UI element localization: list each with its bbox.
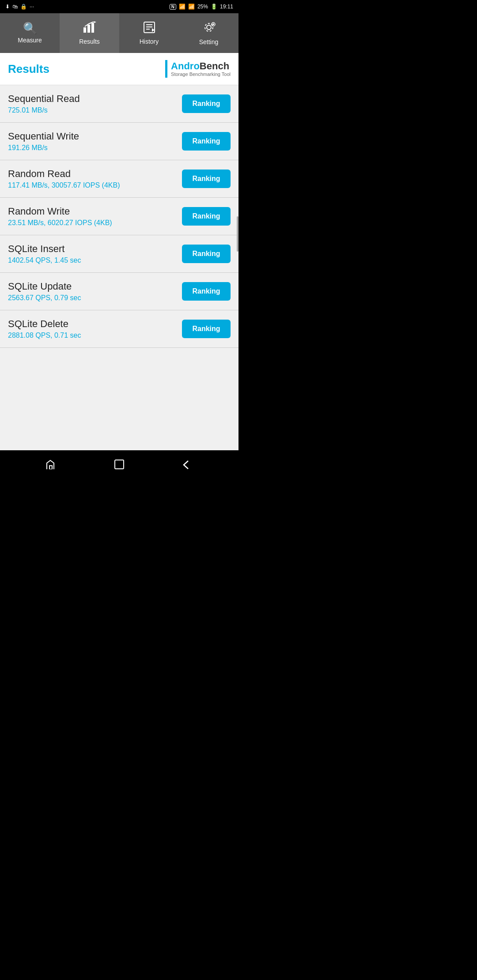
svg-rect-13 <box>49 466 52 469</box>
ranking-btn-sequential-read[interactable]: Ranking <box>182 94 231 113</box>
tab-history-label: History <box>140 38 159 45</box>
benchmark-name-random-write: Random Write <box>8 206 182 217</box>
ranking-btn-sequential-write[interactable]: Ranking <box>182 132 231 151</box>
benchmark-info-sequential-read: Sequential Read 725.01 MB/s <box>8 93 182 114</box>
benchmark-value-sequential-read: 725.01 MB/s <box>8 106 182 114</box>
tab-measure[interactable]: 🔍 Measure <box>0 13 60 53</box>
ranking-btn-random-write[interactable]: Ranking <box>182 207 231 226</box>
benchmark-info-sequential-write: Sequential Write 191.26 MB/s <box>8 131 182 152</box>
benchmark-name-sqlite-delete: SQLite Delete <box>8 318 182 330</box>
clock: 19:11 <box>220 4 233 10</box>
status-bar: ⬇ 🛍 🔒 ··· N 📶 📶 25% 🔋 19:11 <box>0 0 238 13</box>
svg-marker-3 <box>94 21 96 23</box>
svg-rect-14 <box>115 460 124 469</box>
signal-icon: 📶 <box>188 4 195 10</box>
benchmark-row-sequential-read: Sequential Read 725.01 MB/s Ranking <box>0 85 238 123</box>
svg-rect-2 <box>91 23 94 33</box>
androbench-logo: AndroBench Storage Benchmarking Tool <box>165 60 231 78</box>
results-header: Results AndroBench Storage Benchmarking … <box>0 53 238 85</box>
tab-results-label: Results <box>79 38 100 45</box>
scroll-indicator[interactable] <box>237 216 238 252</box>
benchmark-info-random-write: Random Write 23.51 MB/s, 6020.27 IOPS (4… <box>8 206 182 227</box>
ranking-btn-random-read[interactable]: Ranking <box>182 170 231 188</box>
logo-subtitle: Storage Benchmarking Tool <box>171 72 231 77</box>
svg-rect-1 <box>87 25 90 33</box>
benchmark-row-sqlite-delete: SQLite Delete 2881.08 QPS, 0.71 sec Rank… <box>0 310 238 348</box>
ranking-btn-sqlite-insert[interactable]: Ranking <box>182 245 231 263</box>
svg-point-12 <box>212 23 214 25</box>
logo-bar <box>165 60 167 78</box>
benchmark-value-random-write: 23.51 MB/s, 6020.27 IOPS (4KB) <box>8 219 182 227</box>
tab-results[interactable]: Results <box>60 13 119 53</box>
benchmark-value-sqlite-delete: 2881.08 QPS, 0.71 sec <box>8 332 182 339</box>
bag-icon: 🛍 <box>12 4 18 10</box>
ranking-btn-sqlite-delete[interactable]: Ranking <box>182 320 231 338</box>
status-bar-right: N 📶 📶 25% 🔋 19:11 <box>170 4 233 10</box>
status-bar-left: ⬇ 🛍 🔒 ··· <box>5 4 34 10</box>
history-icon <box>143 21 155 35</box>
content-area: Results AndroBench Storage Benchmarking … <box>0 53 238 450</box>
more-icon: ··· <box>30 4 34 10</box>
benchmark-list: Sequential Read 725.01 MB/s Ranking Sequ… <box>0 85 238 348</box>
benchmark-row-random-read: Random Read 117.41 MB/s, 30057.67 IOPS (… <box>0 160 238 198</box>
results-title: Results <box>8 62 49 76</box>
benchmark-value-sqlite-insert: 1402.54 QPS, 1.45 sec <box>8 256 182 264</box>
logo-name: AndroBench <box>171 61 229 72</box>
download-icon: ⬇ <box>5 4 10 10</box>
benchmark-value-sqlite-update: 2563.67 QPS, 0.79 sec <box>8 294 182 302</box>
benchmark-value-sequential-write: 191.26 MB/s <box>8 144 182 152</box>
tab-history[interactable]: History <box>119 13 179 53</box>
svg-point-9 <box>207 25 211 30</box>
battery-level: 25% <box>197 4 208 10</box>
ranking-btn-sqlite-update[interactable]: Ranking <box>182 282 231 301</box>
measure-icon: 🔍 <box>23 23 37 34</box>
benchmark-row-sqlite-insert: SQLite Insert 1402.54 QPS, 1.45 sec Rank… <box>0 235 238 273</box>
wifi-icon: 📶 <box>179 4 186 10</box>
benchmark-name-sequential-write: Sequential Write <box>8 131 182 142</box>
svg-rect-0 <box>83 27 86 33</box>
benchmark-name-random-read: Random Read <box>8 168 182 180</box>
tab-setting[interactable]: Setting <box>179 13 238 53</box>
battery-icon: 🔋 <box>211 4 217 10</box>
benchmark-name-sequential-read: Sequential Read <box>8 93 182 105</box>
benchmark-info-random-read: Random Read 117.41 MB/s, 30057.67 IOPS (… <box>8 168 182 189</box>
logo-andro: Andro <box>171 60 200 72</box>
recent-apps-button[interactable] <box>46 460 57 472</box>
benchmark-info-sqlite-update: SQLite Update 2563.67 QPS, 0.79 sec <box>8 281 182 302</box>
back-button[interactable] <box>181 459 193 473</box>
benchmark-name-sqlite-insert: SQLite Insert <box>8 243 182 255</box>
benchmark-value-random-read: 117.41 MB/s, 30057.67 IOPS (4KB) <box>8 181 182 189</box>
benchmark-name-sqlite-update: SQLite Update <box>8 281 182 292</box>
logo-text: AndroBench Storage Benchmarking Tool <box>171 61 231 77</box>
results-icon <box>83 21 96 35</box>
benchmark-info-sqlite-delete: SQLite Delete 2881.08 QPS, 0.71 sec <box>8 318 182 339</box>
home-button[interactable] <box>114 459 125 473</box>
benchmark-row-sequential-write: Sequential Write 191.26 MB/s Ranking <box>0 123 238 160</box>
benchmark-info-sqlite-insert: SQLite Insert 1402.54 QPS, 1.45 sec <box>8 243 182 264</box>
tab-setting-label: Setting <box>199 38 219 45</box>
logo-bench: Bench <box>200 60 229 72</box>
tab-measure-label: Measure <box>18 37 42 44</box>
nfc-icon: N <box>170 4 176 10</box>
nav-tabs: 🔍 Measure Results History <box>0 13 238 53</box>
benchmark-row-sqlite-update: SQLite Update 2563.67 QPS, 0.79 sec Rank… <box>0 273 238 310</box>
bottom-nav <box>0 450 238 481</box>
lock-icon: 🔒 <box>20 4 27 10</box>
benchmark-row-random-write: Random Write 23.51 MB/s, 6020.27 IOPS (4… <box>0 198 238 235</box>
setting-icon <box>202 21 216 36</box>
